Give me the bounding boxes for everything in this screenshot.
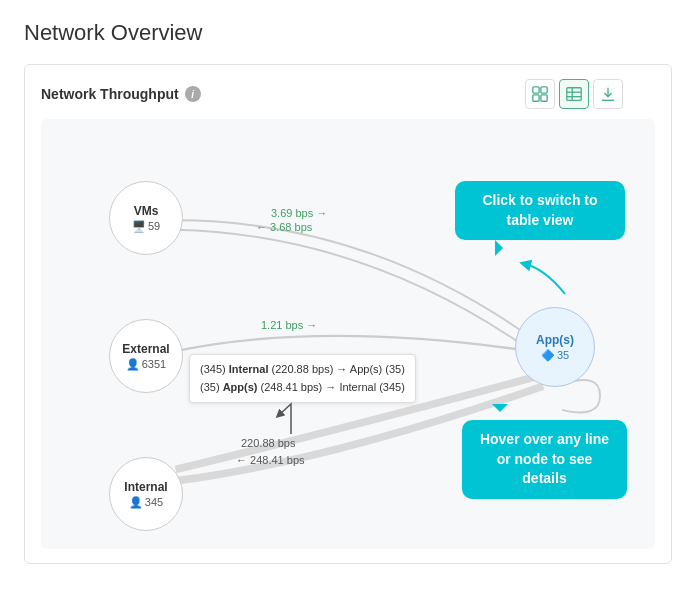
internal-sub: 👤 345	[129, 496, 163, 509]
menu-button[interactable]	[627, 80, 655, 108]
apps-node[interactable]: App(s) 🔷 35	[515, 307, 595, 387]
svg-rect-0	[533, 87, 539, 93]
svg-rect-1	[541, 87, 547, 93]
internal-node[interactable]: Internal 👤 345	[109, 457, 183, 531]
tooltip-line2: (35) App(s) (248.41 bps) → Internal (345…	[200, 379, 405, 397]
flow-int-in: ← 248.41 bps	[236, 454, 305, 466]
flow-vms-out: 3.69 bps →	[271, 207, 327, 219]
svg-rect-3	[541, 95, 547, 101]
card-title: Network Throughput	[41, 86, 179, 102]
internal-label: Internal	[124, 480, 167, 494]
flow-int-out: 220.88 bps	[241, 437, 295, 449]
external-node[interactable]: External 👤 6351	[109, 319, 183, 393]
card-header: Network Throughput i	[41, 79, 655, 109]
hover-hint-text: Hover over any line or node to see detai…	[480, 431, 609, 486]
external-label: External	[122, 342, 169, 356]
card-title-row: Network Throughput i	[41, 86, 201, 102]
external-sub: 👤 6351	[126, 358, 166, 371]
tooltip-line2-text: (35) App(s) (248.41 bps) → Internal (345…	[200, 381, 405, 393]
internal-icon: 👤	[129, 496, 143, 509]
tooltip-line1: (345) Internal (220.88 bps) → App(s) (35…	[200, 361, 405, 379]
table-view-callout: Click to switch to table view	[455, 181, 625, 240]
flow-ext-apps: 1.21 bps →	[261, 319, 317, 331]
apps-icon: 🔷	[541, 349, 555, 362]
svg-rect-2	[533, 95, 539, 101]
chart-view-button[interactable]	[525, 79, 555, 109]
tooltip-line1-text: (345) Internal (220.88 bps) → App(s) (35…	[200, 363, 405, 375]
network-throughput-card: Network Throughput i	[24, 64, 672, 564]
page-title: Network Overview	[24, 20, 672, 46]
table-view-callout-text: Click to switch to table view	[482, 192, 597, 228]
page-container: Network Overview Network Throughput i	[0, 0, 696, 584]
flow-vms-in: ← 3.68 bps	[256, 221, 312, 233]
external-icon: 👤	[126, 358, 140, 371]
chart-area: VMs 🖥️ 59 External 👤 6351 Internal 👤	[41, 119, 655, 549]
info-icon[interactable]: i	[185, 86, 201, 102]
callout-table-arrow-svg	[515, 259, 575, 299]
external-count: 6351	[142, 358, 166, 370]
tooltip-arrow-svg	[271, 399, 311, 439]
internal-count: 345	[145, 496, 163, 508]
vms-count: 59	[148, 220, 160, 232]
toolbar-buttons	[525, 79, 655, 109]
vms-sub: 🖥️ 59	[132, 220, 160, 233]
download-button[interactable]	[593, 79, 623, 109]
table-view-button[interactable]	[559, 79, 589, 109]
vms-icon: 🖥️	[132, 220, 146, 233]
apps-count: 35	[557, 349, 569, 361]
hover-hint-callout: Hover over any line or node to see detai…	[462, 420, 627, 499]
svg-rect-4	[567, 88, 581, 101]
apps-sub: 🔷 35	[541, 349, 569, 362]
vms-label: VMs	[134, 204, 159, 218]
tooltip-box: (345) Internal (220.88 bps) → App(s) (35…	[189, 354, 416, 403]
apps-label: App(s)	[536, 333, 574, 347]
vms-node[interactable]: VMs 🖥️ 59	[109, 181, 183, 255]
